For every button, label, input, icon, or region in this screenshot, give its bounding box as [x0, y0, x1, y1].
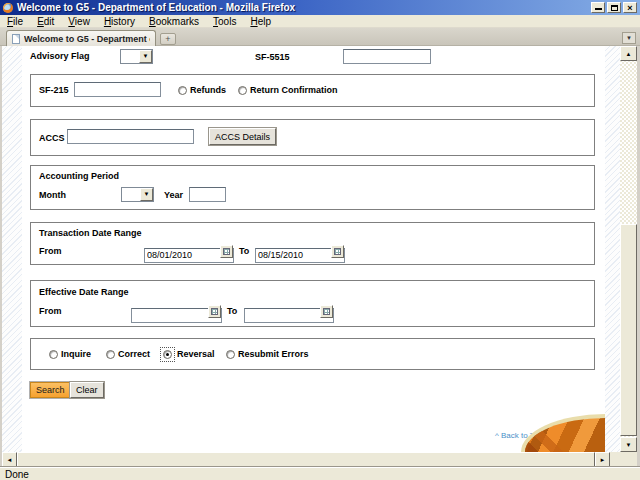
- scroll-down-button[interactable]: ▼: [620, 437, 637, 452]
- menu-bar: File Edit View History Bookmarks Tools H…: [0, 15, 640, 28]
- tab-label: Welcome to G5 - Department of Edu...: [24, 34, 150, 44]
- effective-to-calendar-button[interactable]: [320, 305, 333, 318]
- accounting-period-title: Accounting Period: [39, 171, 119, 181]
- chevron-down-icon[interactable]: ▼: [139, 50, 152, 63]
- page-content: Advisory Flag ▼ SF-5515 SF-215 Refunds R…: [2, 46, 620, 452]
- effective-date-group: Effective Date Range From To: [30, 280, 595, 327]
- restore-button[interactable]: [607, 2, 621, 13]
- effective-from-label: From: [39, 306, 62, 316]
- effective-to-label: To: [227, 306, 237, 316]
- inquire-label: Inquire: [61, 349, 91, 359]
- effective-date-title: Effective Date Range: [39, 287, 129, 297]
- year-label: Year: [164, 190, 183, 200]
- accs-input[interactable]: [67, 129, 194, 144]
- status-bar: Done: [0, 467, 640, 480]
- sf215-input[interactable]: [74, 82, 161, 97]
- tab-bar: Welcome to G5 - Department of Edu... + ▼: [0, 28, 640, 46]
- month-label: Month: [39, 190, 66, 200]
- transaction-to-label: To: [239, 246, 249, 256]
- menu-item-view[interactable]: View: [61, 15, 97, 28]
- effective-to-field: [244, 304, 334, 319]
- transaction-to-field: [255, 244, 345, 259]
- month-select[interactable]: ▼: [121, 187, 154, 202]
- sf215-label: SF-215: [39, 85, 69, 95]
- sf215-group: SF-215 Refunds Return Confirmation: [30, 74, 595, 107]
- menu-item-bookmarks[interactable]: Bookmarks: [142, 15, 206, 28]
- calendar-icon: [211, 308, 218, 315]
- tab-list-button[interactable]: ▼: [622, 32, 636, 44]
- new-tab-button[interactable]: +: [160, 33, 176, 45]
- chevron-down-icon[interactable]: ▼: [140, 188, 153, 201]
- status-text: Done: [5, 469, 29, 480]
- mode-group: Inquire Correct Reversal Resubmit Errors: [30, 338, 595, 370]
- accs-details-button[interactable]: ACCS Details: [209, 128, 276, 145]
- search-button[interactable]: Search: [30, 382, 71, 398]
- refunds-radio[interactable]: [178, 86, 187, 95]
- right-margin-pattern: [605, 46, 620, 452]
- scroll-right-button[interactable]: ►: [595, 452, 610, 467]
- reversal-radio[interactable]: [163, 350, 172, 359]
- resubmit-errors-radio[interactable]: [226, 350, 235, 359]
- resubmit-errors-label: Resubmit Errors: [238, 349, 309, 359]
- left-margin-pattern: [2, 46, 22, 452]
- corner-decoration-image: [521, 414, 605, 452]
- menu-item-history[interactable]: History: [97, 15, 142, 28]
- horizontal-scrollbar[interactable]: ◄ ►: [2, 452, 610, 467]
- menu-item-edit[interactable]: Edit: [30, 15, 61, 28]
- return-confirmation-label: Return Confirmation: [250, 85, 338, 95]
- reversal-label: Reversal: [177, 349, 215, 359]
- transaction-from-field: [144, 244, 234, 259]
- transaction-from-label: From: [39, 246, 62, 256]
- title-bar: Welcome to G5 - Department of Education …: [0, 0, 640, 15]
- year-input[interactable]: [189, 187, 226, 202]
- effective-from-field: [131, 304, 222, 319]
- refunds-label: Refunds: [190, 85, 226, 95]
- minimize-button[interactable]: [591, 2, 605, 13]
- tab-active[interactable]: Welcome to G5 - Department of Edu...: [6, 30, 156, 46]
- menu-item-tools[interactable]: Tools: [206, 15, 243, 28]
- effective-from-calendar-button[interactable]: [208, 305, 221, 318]
- transaction-from-calendar-button[interactable]: [220, 245, 233, 258]
- scroll-up-button[interactable]: ▲: [620, 46, 637, 61]
- return-confirmation-radio[interactable]: [238, 86, 247, 95]
- inquire-radio[interactable]: [49, 350, 58, 359]
- window-title: Welcome to G5 - Department of Education …: [17, 2, 295, 13]
- correct-label: Correct: [118, 349, 150, 359]
- menu-item-file[interactable]: File: [0, 15, 30, 28]
- accounting-period-group: Accounting Period Month ▼ Year: [30, 165, 595, 210]
- sf5515-input[interactable]: [343, 49, 431, 64]
- transaction-date-group: Transaction Date Range From To: [30, 222, 595, 265]
- menu-item-help[interactable]: Help: [243, 15, 278, 28]
- correct-radio[interactable]: [106, 350, 115, 359]
- clear-button[interactable]: Clear: [70, 382, 104, 398]
- calendar-icon: [223, 248, 230, 255]
- accs-group: ACCS ACCS Details: [30, 119, 595, 156]
- horizontal-scrollbar-thumb[interactable]: [17, 452, 595, 467]
- advisory-flag-label: Advisory Flag: [30, 51, 90, 61]
- vertical-scrollbar-thumb[interactable]: [620, 224, 637, 436]
- scroll-left-button[interactable]: ◄: [2, 452, 17, 467]
- vertical-scrollbar[interactable]: ▲ ▼: [620, 46, 637, 452]
- calendar-icon: [323, 308, 330, 315]
- close-button[interactable]: ×: [623, 2, 637, 13]
- browser-window: Welcome to G5 - Department of Education …: [0, 0, 640, 480]
- calendar-icon: [334, 248, 341, 255]
- advisory-flag-select[interactable]: ▼: [120, 49, 153, 64]
- transaction-date-title: Transaction Date Range: [39, 228, 142, 238]
- accs-label: ACCS: [39, 133, 65, 143]
- sf5515-label: SF-5515: [255, 52, 290, 62]
- page-icon: [12, 34, 20, 44]
- transaction-to-calendar-button[interactable]: [331, 245, 344, 258]
- firefox-icon: [3, 3, 13, 13]
- scrollbar-corner: [610, 452, 637, 467]
